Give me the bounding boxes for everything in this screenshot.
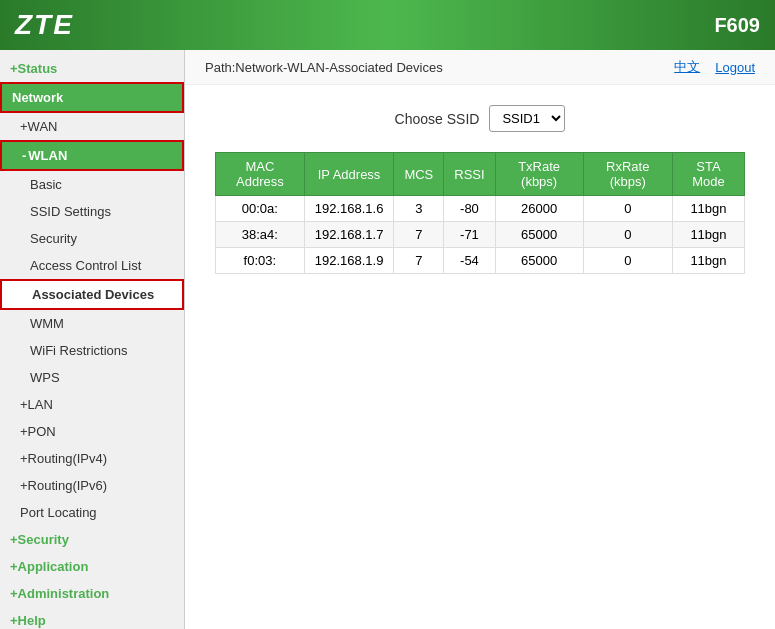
- sidebar-item-lan[interactable]: +LAN: [0, 391, 184, 418]
- cell-txrate: 65000: [495, 248, 583, 274]
- model-number: F609: [714, 14, 760, 37]
- header: ZTE F609: [0, 0, 775, 50]
- table-row: 38:a4:192.168.1.77-7165000011bgn: [216, 222, 745, 248]
- sidebar-item-associated-devices[interactable]: Associated Devices: [0, 279, 184, 310]
- col-ip: IP Address: [304, 153, 394, 196]
- ssid-select[interactable]: SSID1 SSID2 SSID3 SSID4: [489, 105, 565, 132]
- main-layout: +Status Network +WAN -WLAN Basic SSID Se…: [0, 50, 775, 629]
- sidebar-item-status[interactable]: +Status: [0, 55, 184, 82]
- cell-rxrate: 0: [583, 196, 672, 222]
- cell-rxrate: 0: [583, 248, 672, 274]
- cell-sta: 11bgn: [672, 222, 744, 248]
- sidebar-item-application[interactable]: +Application: [0, 553, 184, 580]
- cell-rssi: -54: [444, 248, 495, 274]
- sidebar-item-security[interactable]: Security: [0, 225, 184, 252]
- cell-mcs: 3: [394, 196, 444, 222]
- topbar: Path:Network-WLAN-Associated Devices 中文 …: [185, 50, 775, 85]
- logo: ZTE: [15, 9, 74, 41]
- sidebar-item-wlan[interactable]: -WLAN: [0, 140, 184, 171]
- page-content: Choose SSID SSID1 SSID2 SSID3 SSID4 MAC …: [185, 85, 775, 294]
- cell-txrate: 26000: [495, 196, 583, 222]
- ssid-selector-row: Choose SSID SSID1 SSID2 SSID3 SSID4: [215, 105, 745, 132]
- col-rssi: RSSI: [444, 153, 495, 196]
- breadcrumb: Path:Network-WLAN-Associated Devices: [205, 60, 443, 75]
- sidebar-item-wifi-restrictions[interactable]: WiFi Restrictions: [0, 337, 184, 364]
- logout-link[interactable]: Logout: [715, 60, 755, 75]
- associated-devices-table: MAC Address IP Address MCS RSSI TxRate (…: [215, 152, 745, 274]
- table-row: f0:03:192.168.1.97-5465000011bgn: [216, 248, 745, 274]
- col-mcs: MCS: [394, 153, 444, 196]
- col-sta: STA Mode: [672, 153, 744, 196]
- ssid-label: Choose SSID: [395, 111, 480, 127]
- sidebar-item-routing-ipv6[interactable]: +Routing(IPv6): [0, 472, 184, 499]
- language-link[interactable]: 中文: [674, 58, 700, 76]
- cell-ip: 192.168.1.9: [304, 248, 394, 274]
- cell-sta: 11bgn: [672, 196, 744, 222]
- sidebar-item-security-section[interactable]: +Security: [0, 526, 184, 553]
- cell-mcs: 7: [394, 222, 444, 248]
- sidebar-item-routing-ipv4[interactable]: +Routing(IPv4): [0, 445, 184, 472]
- cell-mcs: 7: [394, 248, 444, 274]
- sidebar-item-basic[interactable]: Basic: [0, 171, 184, 198]
- sidebar-item-port-locating[interactable]: Port Locating: [0, 499, 184, 526]
- topbar-right: 中文 Logout: [674, 58, 755, 76]
- sidebar-item-ssid-settings[interactable]: SSID Settings: [0, 198, 184, 225]
- col-mac: MAC Address: [216, 153, 305, 196]
- cell-txrate: 65000: [495, 222, 583, 248]
- sidebar-item-network[interactable]: Network: [0, 82, 184, 113]
- cell-rssi: -71: [444, 222, 495, 248]
- sidebar-item-administration[interactable]: +Administration: [0, 580, 184, 607]
- sidebar-item-help[interactable]: +Help: [0, 607, 184, 629]
- col-rxrate: RxRate (kbps): [583, 153, 672, 196]
- cell-mac: 38:a4:: [216, 222, 305, 248]
- table-row: 00:0a:192.168.1.63-8026000011bgn: [216, 196, 745, 222]
- sidebar-item-wan[interactable]: +WAN: [0, 113, 184, 140]
- cell-sta: 11bgn: [672, 248, 744, 274]
- cell-ip: 192.168.1.6: [304, 196, 394, 222]
- main-content: Path:Network-WLAN-Associated Devices 中文 …: [185, 50, 775, 629]
- cell-ip: 192.168.1.7: [304, 222, 394, 248]
- sidebar-item-access-control[interactable]: Access Control List: [0, 252, 184, 279]
- col-txrate: TxRate (kbps): [495, 153, 583, 196]
- sidebar: +Status Network +WAN -WLAN Basic SSID Se…: [0, 50, 185, 629]
- cell-rxrate: 0: [583, 222, 672, 248]
- sidebar-item-pon[interactable]: +PON: [0, 418, 184, 445]
- cell-mac: 00:0a:: [216, 196, 305, 222]
- sidebar-item-wmm[interactable]: WMM: [0, 310, 184, 337]
- sidebar-item-wps[interactable]: WPS: [0, 364, 184, 391]
- cell-mac: f0:03:: [216, 248, 305, 274]
- cell-rssi: -80: [444, 196, 495, 222]
